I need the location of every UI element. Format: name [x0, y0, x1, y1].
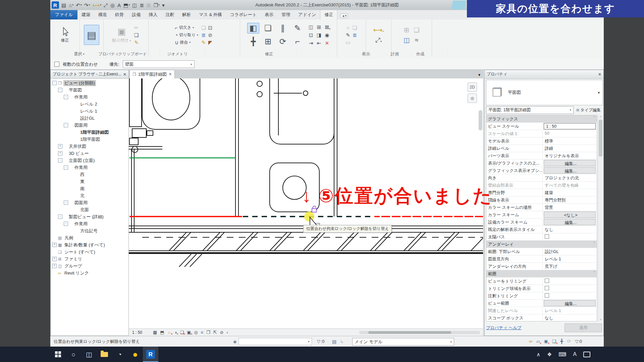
property-row[interactable]: 隠線を表示 ˆ 専門分野別 — [486, 196, 597, 204]
tree-item-label[interactable]: 南 — [79, 186, 86, 192]
property-value[interactable]: すべての壁を包絡 — [543, 182, 597, 189]
property-value[interactable]: オリジナルを表示 — [543, 152, 597, 159]
split-with-gap[interactable]: ✎ — [294, 24, 301, 32]
collapse-icon[interactable]: ˆ — [594, 270, 597, 277]
type-selector[interactable]: ❐ 平面図 ▾ — [486, 80, 603, 105]
tree-expand-toggle[interactable]: - — [64, 200, 68, 205]
tree-expand-toggle[interactable]: + — [58, 144, 62, 148]
tree-expand-toggle[interactable]: - — [64, 222, 68, 226]
customize-qat[interactable]: ▾ — [162, 3, 165, 8]
property-row[interactable]: 図面見方向 ˆ レベル 1 — [486, 255, 597, 263]
tree-expand-toggle[interactable]: - — [64, 165, 68, 170]
tree-item[interactable]: + 3D ビュー — [51, 150, 128, 157]
tree-item[interactable]: レベル 2 — [51, 101, 128, 108]
tree-item-label[interactable]: 天井伏図 — [68, 143, 87, 149]
caret-icon[interactable]: ▾ — [197, 34, 198, 37]
design-option-dropdown[interactable]: メイン モデル▾ — [352, 338, 454, 346]
close-inactive-windows[interactable]: ⊠ — [147, 3, 151, 8]
cut[interactable]: ✂ — [134, 25, 139, 30]
sync-spinner[interactable]: ⟳ — [567, 339, 571, 344]
property-value[interactable]: 見下げ — [543, 263, 597, 270]
close-icon[interactable]: ✕ — [169, 72, 172, 76]
tree-item-label[interactable]: 1階平面詳細図 — [79, 129, 110, 135]
ribbon-tab[interactable]: マス & 外構 — [195, 10, 226, 19]
ribbon-display-toggle[interactable]: ▲▾ — [340, 13, 348, 18]
ribbon-tab[interactable]: アドイン — [294, 10, 320, 19]
property-row[interactable]: グラフィックス ˆ — [486, 115, 597, 123]
mirror-draw-axis[interactable]: ◨ — [317, 33, 321, 38]
linework[interactable]: ✎ — [346, 33, 350, 38]
close-icon[interactable]: ✕ — [123, 72, 126, 77]
close-icon[interactable]: ✕ — [598, 72, 601, 77]
editable-only[interactable]: ▤ — [332, 339, 336, 344]
properties-scrollbar[interactable]: ˄ ˅ — [598, 115, 603, 321]
tree-expand-toggle[interactable]: + — [58, 151, 62, 156]
property-value[interactable]: 1 : 50 — [544, 123, 596, 129]
mirror-pick-axis[interactable]: ◫ — [309, 24, 313, 29]
crop-view[interactable]: ❏ — [180, 330, 184, 335]
tree-item-label[interactable]: シート (すべて) — [63, 249, 96, 255]
property-row[interactable]: 設備カラー スキーム ˆ 編集... — [486, 219, 597, 226]
temporary-view-properties[interactable]: ¤ — [201, 330, 203, 335]
property-row[interactable]: ビュー範囲 ˆ 編集... — [486, 300, 597, 307]
property-value[interactable]: 編集... — [544, 219, 596, 225]
property-row[interactable]: 範囲 ˆ — [486, 270, 597, 278]
tag-by-category[interactable]: ◎ — [110, 3, 115, 8]
tree-item[interactable]: - 製図ビュー (詳細) — [51, 213, 128, 220]
delete[interactable]: ✕ — [325, 41, 329, 46]
tree-item[interactable]: - 作業用 — [51, 220, 128, 227]
property-value[interactable] — [543, 278, 597, 285]
paste-button[interactable]: ▣ 貼り付け ▾ — [112, 26, 131, 43]
ribbon-tab[interactable]: 鉄骨 — [111, 10, 128, 19]
tree-item-label[interactable]: 製図ビュー (詳細) — [68, 214, 105, 220]
tree-item[interactable]: - 作業用 — [51, 164, 128, 171]
reveal-constraints[interactable]: ⊘ — [220, 330, 223, 335]
scrollbar-thumb[interactable] — [599, 120, 602, 157]
collapse-icon[interactable]: ˆ — [594, 115, 597, 122]
property-row[interactable]: ビューをトリミング ˆ — [486, 278, 597, 285]
align[interactable]: ◧ — [247, 23, 260, 34]
hidden-icons[interactable]: ∧ — [536, 351, 540, 358]
scale[interactable]: ⊡ — [309, 33, 313, 38]
property-value[interactable] — [543, 233, 597, 240]
tree-item[interactable]: + ▦ 集計表/数量 (すべて) — [51, 241, 128, 248]
wall-wraps[interactable]: ⊡ — [208, 25, 213, 30]
tree-item[interactable]: + ◫ グループ — [51, 262, 128, 269]
property-row[interactable]: ビュー スケール ˆ 1 : 50 — [486, 123, 597, 130]
property-row[interactable]: スコープ ボックス ˆ なし — [486, 314, 597, 321]
property-value[interactable]: レベル 1 — [543, 255, 597, 262]
dropdown-caret-icon[interactable]: ▾ — [128, 4, 130, 6]
array[interactable]: ⊞ — [317, 24, 321, 29]
select-elements-by-face[interactable]: ❏ — [552, 339, 556, 344]
hide-by-filter[interactable]: ▭ — [345, 40, 350, 45]
tree-item-label[interactable]: 方位記号 — [79, 228, 99, 234]
tree-item-label[interactable]: 西 — [79, 172, 86, 178]
property-row[interactable]: スケールの値 1: ˆ 50 — [486, 130, 597, 137]
collapse-icon[interactable]: ˆ — [594, 241, 597, 248]
shadows[interactable]: ◑ — [174, 330, 177, 335]
modify-tool[interactable]: 修正 — [61, 27, 69, 43]
dropdown-caret-icon[interactable]: ▾ — [80, 4, 82, 6]
ribbon-tab[interactable]: 注釈 — [161, 10, 178, 19]
worksets-icon[interactable]: ◈ — [233, 339, 237, 344]
create-similar[interactable]: ❏ — [414, 27, 419, 33]
tree-item-label[interactable]: ビュー (分類順) — [63, 80, 96, 86]
property-row[interactable]: カラー スキームの場所 ˆ 背景 — [486, 204, 597, 211]
override-graphics[interactable]: ≣ — [353, 33, 357, 38]
link-arrow[interactable]: ↳ — [340, 339, 344, 344]
property-value[interactable]: 詳細 — [543, 145, 597, 152]
ribbon-tab[interactable]: 表示 — [261, 10, 277, 19]
sun-path[interactable]: ☼ — [167, 330, 171, 335]
tree-item[interactable]: + ⊞ ファミリ — [51, 255, 128, 262]
tree-item-label[interactable]: Revit リンク — [63, 270, 90, 276]
beam-joins[interactable]: ≣ — [202, 33, 206, 38]
tree-item[interactable]: - 立面図 (立面) — [51, 157, 128, 164]
tree-item[interactable]: レベル 1 — [51, 108, 128, 115]
caret-icon[interactable]: ▾ — [193, 26, 194, 29]
tree-item[interactable]: - ❐ ビュー (分類順) — [51, 79, 128, 86]
property-value[interactable]: プロジェクトの北 — [543, 174, 597, 181]
properties-help-link[interactable]: プロパティ ヘルプ — [486, 325, 522, 331]
tree-item[interactable]: - 図面用 — [51, 122, 128, 129]
crop-region-visibility[interactable]: ▣ — [187, 330, 191, 335]
property-row[interactable]: 範囲: 下部レベル ˆ 設計GL — [486, 248, 597, 255]
